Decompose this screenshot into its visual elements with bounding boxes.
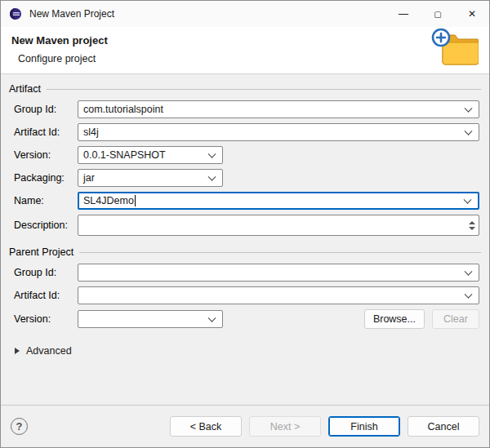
packaging-row: Packaging: jar [14, 169, 479, 187]
name-value: SL4JDemo [83, 195, 134, 206]
scroll-down-icon[interactable] [469, 227, 475, 230]
artifact-id-combo[interactable]: sl4j [78, 123, 479, 141]
artifact-version-row: Version: 0.0.1-SNAPSHOT [14, 146, 479, 164]
artifact-id-value: sl4j [83, 126, 99, 138]
chevron-down-icon[interactable] [464, 196, 472, 204]
close-button[interactable]: ✕ [455, 1, 489, 27]
window-title: New Maven Project [29, 8, 114, 20]
packaging-value: jar [83, 172, 95, 184]
chevron-down-icon[interactable] [208, 173, 216, 181]
parent-artifact-id-combo[interactable] [78, 286, 479, 304]
artifact-group-line [47, 89, 481, 90]
parent-artifact-id-row: Artifact Id: [14, 286, 479, 304]
description-field[interactable] [78, 215, 479, 236]
packaging-combo[interactable]: jar [78, 169, 223, 187]
scroll-up-icon[interactable] [469, 221, 475, 224]
help-icon: ? [16, 420, 23, 432]
artifact-group-id-combo[interactable]: com.tutorialspoint [78, 100, 479, 118]
wizard-buttons: < Back Next > Finish Cancel [170, 416, 479, 437]
artifact-group-id-value: com.tutorialspoint [83, 104, 163, 115]
back-button[interactable]: < Back [170, 416, 242, 437]
clear-button[interactable]: Clear [432, 309, 479, 329]
parent-group-id-label: Group Id: [14, 267, 78, 278]
parent-group-label: Parent Project [9, 246, 74, 258]
artifact-version-value: 0.0.1-SNAPSHOT [83, 149, 166, 161]
artifact-version-combo[interactable]: 0.0.1-SNAPSHOT [78, 146, 223, 164]
description-row: Description: [14, 215, 479, 236]
description-label: Description: [14, 220, 78, 231]
parent-group-id-row: Group Id: [14, 264, 479, 282]
name-combo[interactable]: SL4JDemo [78, 192, 479, 210]
parent-version-combo[interactable] [78, 310, 223, 328]
artifact-group-label: Artifact [9, 83, 41, 95]
parent-artifact-id-label: Artifact Id: [14, 290, 78, 301]
browse-button[interactable]: Browse... [364, 309, 425, 329]
chevron-down-icon[interactable] [465, 104, 473, 113]
chevron-down-icon[interactable] [208, 150, 216, 158]
parent-version-label: Version: [14, 313, 78, 325]
description-scroll-buttons [469, 215, 475, 235]
cancel-button[interactable]: Cancel [408, 416, 479, 437]
next-button[interactable]: Next > [249, 416, 321, 437]
name-row: Name: SL4JDemo [14, 192, 479, 210]
chevron-down-icon[interactable] [465, 127, 473, 135]
wizard-footer: ? < Back Next > Finish Cancel [1, 405, 489, 447]
name-label: Name: [14, 195, 78, 206]
minimize-button[interactable]: — [386, 1, 421, 27]
advanced-section-toggle[interactable]: Advanced [15, 345, 481, 357]
new-folder-icon [431, 28, 479, 69]
window-controls: — ▢ ✕ [386, 1, 489, 27]
chevron-down-icon[interactable] [465, 291, 473, 299]
artifact-id-row: Artifact Id: sl4j [14, 123, 479, 141]
artifact-group-id-label: Group Id: [14, 104, 78, 115]
text-caret [135, 195, 136, 206]
title-bar: New Maven Project — ▢ ✕ [1, 1, 489, 27]
help-button[interactable]: ? [11, 418, 28, 435]
wizard-subtitle: Configure project [18, 53, 479, 64]
finish-button[interactable]: Finish [328, 416, 400, 437]
wizard-body: Artifact Group Id: com.tutorialspoint Ar… [1, 74, 489, 405]
wizard-header: New Maven project Configure project [1, 27, 489, 74]
new-maven-project-dialog: New Maven Project — ▢ ✕ New Maven projec… [0, 0, 490, 448]
advanced-triangle-icon [15, 348, 20, 354]
parent-version-row: Version: Browse... Clear [14, 309, 479, 329]
artifact-version-label: Version: [14, 149, 78, 161]
artifact-group-header: Artifact [9, 81, 481, 97]
wizard-title: New Maven project [11, 34, 479, 47]
parent-group-id-combo[interactable] [78, 264, 479, 282]
artifact-id-label: Artifact Id: [14, 126, 78, 138]
chevron-down-icon[interactable] [465, 268, 473, 276]
parent-group-line [79, 252, 481, 253]
artifact-group-id-row: Group Id: com.tutorialspoint [14, 100, 479, 118]
maximize-button[interactable]: ▢ [421, 1, 455, 27]
parent-group-header: Parent Project [9, 244, 481, 260]
eclipse-app-icon [9, 7, 22, 20]
packaging-label: Packaging: [14, 172, 78, 184]
chevron-down-icon[interactable] [208, 314, 216, 322]
advanced-label: Advanced [26, 345, 72, 357]
